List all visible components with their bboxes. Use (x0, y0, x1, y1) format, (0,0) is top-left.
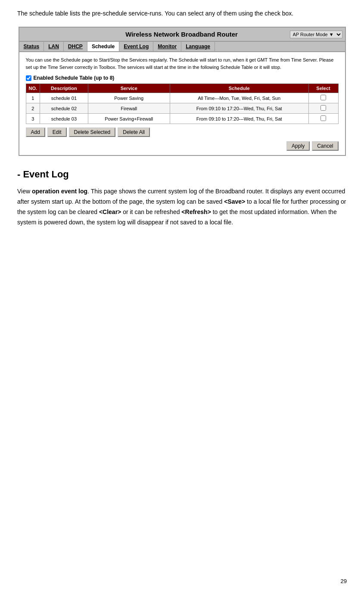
schedule-table: NO. Description Service Schedule Select … (26, 84, 339, 124)
row-select-checkbox[interactable] (320, 95, 326, 100)
col-header-description: Description (40, 84, 88, 93)
col-header-no: NO. (26, 84, 40, 93)
cancel-button[interactable]: Cancel (312, 141, 338, 151)
router-title: Wireless Network Broadband Router (74, 31, 290, 38)
col-header-service: Service (88, 84, 170, 93)
cell-schedule: From 09:10 to 17:20---Wed, Thu, Fri, Sat (170, 103, 308, 114)
edit-button[interactable]: Edit (47, 127, 67, 137)
cell-description: schedule 02 (40, 103, 88, 114)
event-log-heading: - Event Log (17, 169, 347, 180)
nav-lan[interactable]: LAN (44, 42, 64, 51)
nav-language[interactable]: Language (181, 42, 215, 51)
router-box: Wireless Network Broadband Router AP Rou… (19, 27, 346, 156)
add-button[interactable]: Add (26, 127, 45, 137)
router-header: Wireless Network Broadband Router AP Rou… (19, 28, 345, 42)
cell-service: Power Saving (88, 93, 170, 103)
body-text-view: View (17, 188, 32, 195)
event-log-section: - Event Log View operation event log. Th… (17, 169, 347, 227)
nav-schedule[interactable]: Schedule (87, 42, 119, 51)
nav-monitor[interactable]: Monitor (153, 42, 181, 51)
nav-eventlog[interactable]: Event Log (119, 42, 153, 51)
body-save-tag: <Save> (224, 198, 245, 205)
col-header-schedule: Schedule (170, 84, 308, 93)
apply-button[interactable]: Apply (286, 141, 310, 151)
event-log-body: View operation event log. This page show… (17, 186, 347, 227)
row-select-checkbox[interactable] (320, 105, 326, 111)
cell-select[interactable] (308, 103, 338, 114)
schedule-info-text: You can use the Schedule page to Start/S… (26, 56, 339, 71)
cell-schedule: From 09:10 to 17:20---Wed, Thu, Fri, Sat (170, 114, 308, 124)
delete-selected-button[interactable]: Delete Selected (69, 127, 116, 137)
cell-no: 2 (26, 103, 40, 114)
cell-select[interactable] (308, 114, 338, 124)
apply-row: Apply Cancel (26, 141, 339, 151)
body-refresh-tag: <Refresh> (181, 208, 211, 215)
enabled-schedule-label: Enabled Schedule Table (up to 8) (26, 75, 339, 81)
col-header-select: Select (308, 84, 338, 93)
body-clear-tag: <Clear> (99, 208, 121, 215)
router-content: You can use the Schedule page to Start/S… (19, 52, 345, 155)
cell-description: schedule 01 (40, 93, 88, 103)
cell-no: 1 (26, 93, 40, 103)
cell-select[interactable] (308, 93, 338, 103)
schedule-checkbox-text: Enabled Schedule Table (up to 8) (34, 75, 115, 81)
intro-text: The schedule table lists the pre-schedul… (17, 9, 347, 18)
body-text-4: or it can be refreshed (121, 208, 181, 215)
cell-service: Firewall (88, 103, 170, 114)
nav-dhcp[interactable]: DHCP (64, 42, 87, 51)
table-row: 1 schedule 01 Power Saving All Time---Mo… (26, 93, 338, 103)
nav-status[interactable]: Status (19, 42, 44, 51)
page-number: 29 (341, 578, 347, 584)
row-select-checkbox[interactable] (320, 115, 326, 121)
cell-description: schedule 03 (40, 114, 88, 124)
nav-bar: Status LAN DHCP Schedule Event Log Monit… (19, 42, 345, 52)
delete-all-button[interactable]: Delete All (118, 127, 150, 137)
enabled-schedule-checkbox[interactable] (26, 75, 31, 81)
cell-no: 3 (26, 114, 40, 124)
cell-service: Power Saving+Firewall (88, 114, 170, 124)
table-row: 3 schedule 03 Power Saving+Firewall From… (26, 114, 338, 124)
table-row: 2 schedule 02 Firewall From 09:10 to 17:… (26, 103, 338, 114)
cell-schedule: All Time---Mon, Tue, Wed, Fri, Sat, Sun (170, 93, 308, 103)
body-bold-term: operation event log (32, 188, 87, 195)
table-buttons: Add Edit Delete Selected Delete All (26, 127, 339, 137)
mode-select[interactable]: AP Router Mode ▼ (290, 31, 342, 38)
